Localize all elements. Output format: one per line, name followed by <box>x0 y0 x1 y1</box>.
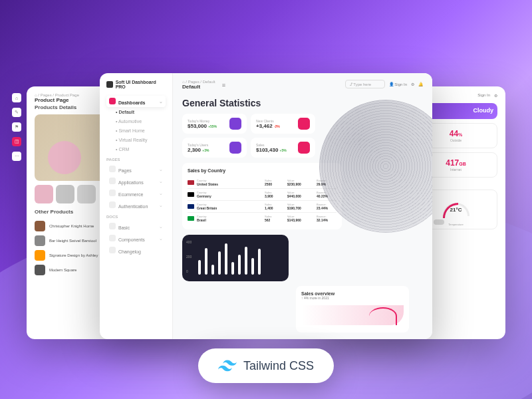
nav-changelog[interactable]: Changelog <box>106 245 166 256</box>
nav-sub-item[interactable]: • Default <box>106 108 166 116</box>
swatch[interactable] <box>56 185 74 203</box>
nav-dashboards[interactable]: Dashboards⌄ <box>106 96 166 107</box>
nav-components[interactable]: Components⌄ <box>106 233 166 244</box>
search-input[interactable]: ᔑ Type here <box>345 80 385 88</box>
nav-section-pages: PAGES <box>106 158 166 162</box>
lock-icon <box>109 201 116 208</box>
left-icon-rail: ⌂ ✎ ⚑ ◫ ⋯ <box>12 93 21 161</box>
stat-card: Today's Users2,300 +3% <box>182 138 247 158</box>
thumb <box>35 265 45 275</box>
nav-sub-item[interactable]: • Smart Home <box>106 126 166 135</box>
stat-icon <box>229 142 241 154</box>
nav-sub-item[interactable]: • Automotive <box>106 117 166 126</box>
pages-icon <box>109 166 116 172</box>
nav-ecommerce[interactable]: Ecommerce⌄ <box>106 188 166 199</box>
table-row: Country:Germany Sales:3,900 Value:$440,0… <box>188 188 336 200</box>
nav-authentication[interactable]: Authentication⌄ <box>106 200 166 211</box>
badge-label: Tailwind CSS <box>243 359 314 373</box>
nav-pages[interactable]: Pages⌄ <box>106 164 166 175</box>
swatch[interactable] <box>35 185 53 203</box>
stat-icon <box>298 142 310 154</box>
menu-icon[interactable]: ≡ <box>222 82 225 88</box>
overview-title: Sales overview <box>301 291 404 296</box>
stat-icon <box>298 118 310 130</box>
nav-sub-item[interactable]: • Virtual Reality <box>106 136 166 144</box>
overview-subtitle: ↑ 4% more in 2021 <box>301 296 404 300</box>
table-row: Country:Great Britain Sales:1,400 Value:… <box>188 200 336 212</box>
gear-icon[interactable]: ⚙ <box>411 82 414 86</box>
rail-icon[interactable]: ✎ <box>12 108 21 117</box>
chart-bar <box>218 251 221 275</box>
bar-chart: 4002000 <box>182 235 289 281</box>
flag-icon <box>188 180 194 185</box>
thumb <box>35 250 45 261</box>
breadcrumb-title: Default <box>182 84 215 90</box>
swatch[interactable] <box>77 185 96 203</box>
thumb <box>35 235 45 246</box>
chart-bar <box>238 255 241 275</box>
main-content: ⌂ / Pages / Default Default ≡ ᔑ Type her… <box>173 73 432 339</box>
sales-overview-card: Sales overview ↑ 4% more in 2021 <box>296 286 409 332</box>
signin-link[interactable]: 👤 Sign In <box>389 82 407 86</box>
rail-icon[interactable]: ⋯ <box>12 152 21 161</box>
rail-icon[interactable]: ⚑ <box>12 122 21 132</box>
stat-icon <box>229 118 241 130</box>
sidebar: Soft UI Dashboard PRO Dashboards⌄ • Defa… <box>100 73 173 339</box>
chart-bar <box>231 262 234 275</box>
brand: Soft UI Dashboard PRO <box>106 80 166 89</box>
dashboard-icon <box>109 98 116 104</box>
stat-card: Sales$103,430 +5% <box>251 138 315 158</box>
table-row: Country:Brasil Sales:562 Value:$143,960 … <box>188 212 336 224</box>
chart-bar <box>258 249 261 275</box>
dashboard-main: Soft UI Dashboard PRO Dashboards⌄ • Defa… <box>100 73 432 339</box>
stat-card: Today's Money$53,000 +55% <box>182 114 247 134</box>
chevron-down-icon: ⌄ <box>159 99 163 104</box>
chevron-down-icon: ⌄ <box>159 167 163 172</box>
cart-icon <box>109 190 116 196</box>
flag-icon <box>188 216 194 221</box>
signin-link[interactable]: Sign In <box>477 93 490 98</box>
bell-icon[interactable]: 🔔 <box>418 82 423 86</box>
table-title: Sales by Country <box>188 168 336 173</box>
apps-icon <box>109 178 116 184</box>
tailwind-icon <box>218 356 237 375</box>
nav-section-docs: DOCS <box>106 215 166 219</box>
thumb <box>35 221 45 231</box>
chart-bar <box>245 247 247 275</box>
rail-icon[interactable]: ⌂ <box>12 93 21 102</box>
stat-card: New Clients+3,462 -2% <box>251 114 315 134</box>
nav-applications[interactable]: Applications⌄ <box>106 176 166 187</box>
table-row: Country:United States Sales:2500 Value:$… <box>188 177 336 188</box>
nav-basic[interactable]: Basic⌄ <box>106 221 166 232</box>
toggle[interactable] <box>434 219 444 225</box>
tailwind-badge: Tailwind CSS <box>198 348 334 383</box>
line-chart <box>301 305 404 325</box>
brand-icon <box>106 81 113 88</box>
chart-bar <box>211 265 214 275</box>
nav-sub-item[interactable]: • CRM <box>106 145 166 154</box>
chart-bar <box>198 260 201 275</box>
chart-bar <box>251 258 254 275</box>
chart-bar <box>225 243 227 275</box>
flag-icon <box>188 192 194 197</box>
sales-by-country-table: Sales by Country Country:United States S… <box>182 163 342 229</box>
chart-bar <box>205 248 207 275</box>
gear-icon[interactable]: ⚙ <box>494 93 497 98</box>
flag-icon <box>188 204 194 209</box>
rail-icon-active[interactable]: ◫ <box>12 137 21 146</box>
